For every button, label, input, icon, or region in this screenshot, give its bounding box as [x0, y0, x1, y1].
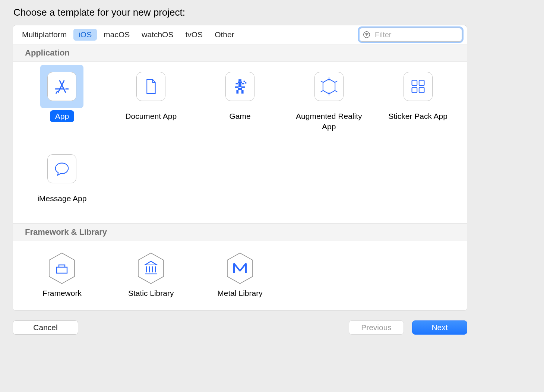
- tab-tvos[interactable]: tvOS: [180, 29, 208, 41]
- svg-line-24: [335, 81, 337, 83]
- filter-field-wrap: [359, 28, 462, 42]
- tab-watchos[interactable]: watchOS: [136, 29, 178, 41]
- page-title: Choose a template for your new project:: [13, 7, 467, 18]
- main-panel: Multiplatform iOS macOS watchOS tvOS Oth…: [13, 25, 467, 311]
- new-project-template-chooser: Choose a template for your new project: …: [0, 0, 480, 346]
- template-imessage-app[interactable]: iMessage App: [18, 144, 107, 205]
- template-framework[interactable]: Framework: [18, 249, 107, 299]
- svg-line-25: [321, 91, 323, 92]
- template-game-label: Game: [224, 110, 256, 122]
- section-header-application: Application: [13, 44, 467, 62]
- framework-templates-grid: Framework: [13, 241, 467, 311]
- metal-icon: [225, 252, 255, 285]
- svg-rect-17: [236, 90, 238, 94]
- grid-icon: [404, 72, 433, 101]
- template-document-app-label: Document App: [120, 110, 182, 122]
- template-game[interactable]: Game: [196, 62, 285, 133]
- template-augmented-reality-app[interactable]: Augmented Reality App: [284, 62, 373, 133]
- cancel-button[interactable]: Cancel: [13, 320, 78, 335]
- framework-icon: [47, 252, 77, 285]
- template-ar-label: Augmented Reality App: [288, 110, 370, 133]
- next-button[interactable]: Next: [412, 320, 467, 335]
- platform-tabs: Multiplatform iOS macOS watchOS tvOS Oth…: [13, 25, 467, 44]
- svg-rect-31: [57, 267, 67, 273]
- template-document-app[interactable]: Document App: [107, 62, 196, 133]
- app-store-icon: [47, 72, 76, 101]
- svg-rect-13: [238, 83, 241, 87]
- svg-rect-12: [242, 83, 244, 84]
- svg-rect-11: [235, 83, 238, 84]
- svg-rect-29: [412, 88, 417, 93]
- svg-rect-10: [238, 82, 242, 83]
- svg-rect-19: [244, 81, 245, 82]
- svg-rect-27: [412, 80, 417, 86]
- template-app[interactable]: App: [18, 62, 107, 133]
- template-metal-library-label: Metal Library: [212, 287, 268, 299]
- footer-buttons: Cancel Previous Next: [13, 320, 467, 335]
- tab-ios[interactable]: iOS: [73, 29, 97, 41]
- tab-other[interactable]: Other: [209, 29, 240, 41]
- template-sticker-pack-app[interactable]: Sticker Pack App: [373, 62, 462, 133]
- svg-line-8: [56, 91, 57, 93]
- template-static-library[interactable]: Static Library: [107, 249, 196, 299]
- template-app-label: App: [50, 110, 74, 122]
- svg-line-26: [335, 91, 337, 92]
- svg-rect-16: [238, 88, 242, 90]
- application-templates-grid: App Document App: [13, 62, 467, 223]
- template-sticker-pack-label: Sticker Pack App: [383, 110, 453, 122]
- svg-line-23: [321, 81, 323, 83]
- svg-rect-30: [419, 88, 424, 93]
- filter-input[interactable]: [359, 28, 462, 42]
- ar-icon: [314, 72, 344, 101]
- section-header-framework: Framework & Library: [13, 223, 467, 241]
- template-imessage-label: iMessage App: [32, 193, 92, 205]
- svg-rect-18: [241, 90, 244, 94]
- svg-rect-14: [235, 86, 239, 88]
- previous-button[interactable]: Previous: [349, 320, 404, 335]
- chat-icon: [47, 154, 76, 183]
- template-static-library-label: Static Library: [123, 287, 179, 299]
- filter-icon: [363, 31, 371, 39]
- game-icon: [225, 72, 254, 101]
- tab-macos[interactable]: macOS: [98, 29, 135, 41]
- svg-rect-28: [419, 80, 424, 86]
- template-framework-label: Framework: [37, 287, 87, 299]
- svg-rect-15: [241, 86, 245, 88]
- document-icon: [136, 72, 165, 101]
- svg-rect-20: [245, 82, 246, 84]
- library-icon: [136, 252, 166, 285]
- tab-multiplatform[interactable]: Multiplatform: [17, 29, 72, 41]
- template-metal-library[interactable]: Metal Library: [196, 249, 285, 299]
- svg-rect-9: [238, 79, 241, 82]
